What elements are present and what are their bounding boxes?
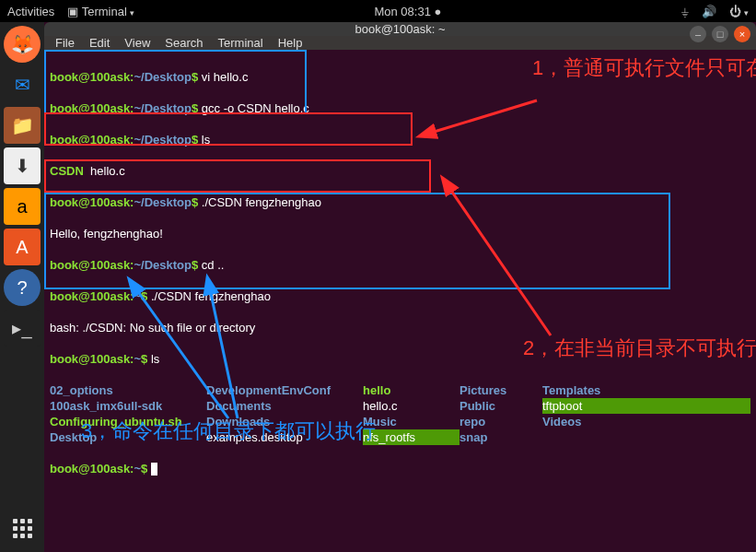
term-line: book@100ask:~/Desktop$ gcc -o CSDN hello… (50, 100, 750, 116)
menu-view[interactable]: View (124, 36, 150, 50)
firefox-icon[interactable]: 🦊 (4, 26, 41, 63)
term-line: book@100ask:~/Desktop$ ./CSDN fengzhengh… (50, 194, 750, 210)
activities-button[interactable]: Activities (7, 5, 54, 18)
term-line: bash: ./CSDN: No such file or directory (50, 320, 750, 335)
menu-edit[interactable]: Edit (89, 36, 110, 50)
amazon-icon[interactable]: a (4, 188, 41, 225)
files-icon[interactable]: 📁 (4, 107, 41, 144)
terminal-body[interactable]: book@100ask:~/Desktop$ vi hello.c book@1… (44, 50, 756, 552)
term-line: book@100ask:~$ ./CSDN fengzhenghao (50, 288, 750, 304)
window-title: book@100ask: ~ (355, 22, 445, 36)
volume-icon[interactable]: 🔊 (702, 5, 716, 18)
maximize-button[interactable]: □ (712, 26, 728, 42)
minimize-button[interactable]: – (690, 26, 706, 42)
network-icon[interactable]: ⏚ (681, 5, 689, 18)
help-icon[interactable]: ? (4, 269, 41, 306)
menu-terminal[interactable]: Terminal (218, 36, 263, 50)
term-line: book@100ask:~/Desktop$ ls (50, 132, 750, 147)
settings-badge-icon[interactable]: A (4, 229, 41, 265)
annotation-note-3: 3，命令在任何目录下都可以执行 (81, 418, 376, 445)
show-apps-icon[interactable] (4, 510, 41, 546)
term-line: Hello, fengzhenghao! (50, 226, 750, 241)
term-line: book@100ask:~$ (50, 461, 750, 476)
gnome-topbar: Activities ▣ Terminal Mon 08:31 ● ⏚ 🔊 ⏻ (0, 0, 756, 22)
cursor (151, 463, 157, 476)
power-icon[interactable]: ⏻ (729, 5, 749, 18)
terminal-icon[interactable]: ▸_ (4, 310, 41, 346)
annotation-note-2: 2，在非当前目录不可执行 (523, 335, 744, 362)
clock[interactable]: Mon 08:31 ● (374, 5, 441, 18)
dock: 🦊 ✉ 📁 ⬇ a A ? ▸_ (0, 22, 44, 552)
term-line: book@100ask:~/Desktop$ cd .. (50, 257, 750, 273)
annotation-note-1: 1，普通可执行文件只可在当前目录下执行 (532, 55, 744, 82)
menu-search[interactable]: Search (165, 36, 203, 50)
app-menu[interactable]: ▣ Terminal (67, 5, 134, 18)
titlebar[interactable]: book@100ask: ~ – □ × (44, 22, 756, 36)
close-button[interactable]: × (734, 26, 750, 42)
menubar: File Edit View Search Terminal Help (44, 36, 756, 50)
terminal-window: book@100ask: ~ – □ × File Edit View Sear… (44, 22, 756, 552)
software-icon[interactable]: ⬇ (4, 147, 41, 184)
menu-file[interactable]: File (55, 36, 75, 50)
term-line: CSDN hello.c (50, 163, 750, 179)
menu-help[interactable]: Help (278, 36, 303, 50)
thunderbird-icon[interactable]: ✉ (4, 66, 41, 103)
